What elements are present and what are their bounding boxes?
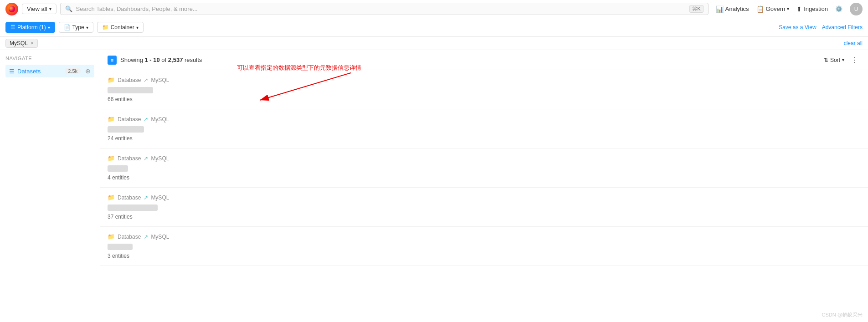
- top-navigation: View all ▾ 🔍 Search Tables, Dashboards, …: [0, 0, 868, 18]
- datasets-action-icon[interactable]: ⊕: [85, 67, 91, 75]
- sort-label: Sort: [830, 57, 840, 63]
- ingestion-label: Ingestion: [804, 5, 828, 12]
- clear-all-link[interactable]: clear all: [844, 40, 863, 46]
- container-filter-label: Container: [111, 24, 134, 31]
- platform-chevron-icon: ▾: [48, 25, 50, 30]
- result-type1: Database: [118, 116, 141, 123]
- result-entities: 4 entities: [108, 174, 861, 181]
- settings-icon: ⚙️: [835, 5, 842, 12]
- govern-icon: 📋: [756, 5, 764, 13]
- mysql-icon: ↗: [144, 234, 148, 240]
- chevron-down-icon: ▾: [49, 6, 51, 11]
- result-item-title: [108, 87, 153, 93]
- analytics-icon: 📊: [716, 5, 724, 13]
- result-item[interactable]: 📁 Database ↗ MySQL 66 entities: [100, 70, 868, 109]
- avatar-initial: U: [854, 6, 858, 12]
- more-options-button[interactable]: ⋮: [848, 55, 861, 65]
- type-chevron-icon: ▾: [86, 25, 88, 30]
- main-layout: Navigate ☰ Datasets 2.5k ⊕ 可以查看指定的数据源类型下…: [0, 50, 868, 322]
- filter-right-actions: Save as a View Advanced Filters: [779, 24, 863, 31]
- result-type2: MySQL: [151, 234, 169, 240]
- list-icon: ☰: [10, 24, 15, 31]
- user-avatar[interactable]: U: [850, 3, 863, 15]
- result-item-header: 📁 Database ↗ MySQL: [108, 116, 861, 123]
- result-items-list: 📁 Database ↗ MySQL 66 entities 📁 Databas…: [100, 70, 868, 266]
- mysql-tag-label: MySQL: [10, 40, 28, 46]
- type-filter-button[interactable]: 📄 Type ▾: [59, 22, 93, 33]
- result-item-header: 📁 Database ↗ MySQL: [108, 77, 861, 83]
- database-icon: 📁: [108, 194, 115, 201]
- datasets-count-badge: 2.5k: [65, 68, 81, 74]
- result-entities: 66 entities: [108, 96, 861, 102]
- filter-bar: ☰ Platform (1) ▾ 📄 Type ▾ 📁 Container ▾ …: [0, 18, 868, 37]
- mysql-filter-tag: MySQL ×: [5, 39, 38, 48]
- govern-nav-link[interactable]: 📋 Govern ▾: [756, 4, 790, 15]
- mysql-tag-close-button[interactable]: ×: [31, 40, 34, 46]
- result-item-title: [108, 204, 158, 211]
- analytics-nav-link[interactable]: 📊 Analytics: [716, 4, 749, 15]
- logo: [5, 3, 18, 15]
- sort-icon: ⇅: [824, 57, 828, 63]
- result-type2: MySQL: [151, 77, 169, 83]
- ingestion-nav-link[interactable]: ⬆ Ingestion: [796, 4, 828, 15]
- result-item-header: 📁 Database ↗ MySQL: [108, 233, 861, 240]
- result-item[interactable]: 📁 Database ↗ MySQL 37 entities: [100, 188, 868, 227]
- analytics-label: Analytics: [725, 5, 749, 12]
- container-filter-button[interactable]: 📁 Container ▾: [97, 22, 144, 33]
- result-entities: 37 entities: [108, 214, 861, 220]
- navigate-label: Navigate: [5, 56, 94, 61]
- ingestion-icon: ⬆: [796, 5, 802, 13]
- result-item-header: 📁 Database ↗ MySQL: [108, 194, 861, 201]
- results-range: 1 - 10: [144, 56, 159, 63]
- container-chevron-icon: ▾: [136, 25, 139, 30]
- search-placeholder: Search Tables, Dashboards, People, & mor…: [76, 5, 198, 12]
- result-item[interactable]: 📁 Database ↗ MySQL 4 entities: [100, 148, 868, 188]
- sidebar-item-datasets[interactable]: ☰ Datasets 2.5k ⊕: [5, 65, 94, 77]
- of-text: of: [161, 56, 168, 63]
- result-type1: Database: [118, 77, 141, 83]
- database-icon: 📁: [108, 233, 115, 240]
- active-filters-bar: MySQL × clear all: [0, 37, 868, 50]
- search-shortcut: ⌘K: [689, 5, 703, 13]
- result-item[interactable]: 📁 Database ↗ MySQL 24 entities: [100, 109, 868, 148]
- sort-chevron-icon: ▾: [842, 57, 844, 62]
- result-type1: Database: [118, 234, 141, 240]
- result-item-title: [108, 244, 133, 250]
- results-count: Showing 1 - 10 of 2,537 results: [120, 56, 202, 63]
- save-as-view-link[interactable]: Save as a View: [779, 24, 817, 31]
- sidebar: Navigate ☰ Datasets 2.5k ⊕: [0, 50, 100, 322]
- watermark: CSDN @蚂蚁采米: [822, 312, 863, 318]
- result-item[interactable]: 📁 Database ↗ MySQL 3 entities: [100, 227, 868, 266]
- govern-chevron-icon: ▾: [787, 6, 789, 11]
- mysql-icon: ↗: [144, 77, 148, 83]
- result-type2: MySQL: [151, 155, 169, 162]
- platform-filter-label: Platform (1): [17, 24, 46, 31]
- results-total: 2,537: [168, 56, 183, 63]
- search-icon: 🔍: [65, 5, 72, 12]
- database-icon: 📁: [108, 116, 115, 123]
- svg-point-0: [9, 5, 15, 12]
- view-all-button[interactable]: View all ▾: [22, 4, 56, 14]
- advanced-filters-link[interactable]: Advanced Filters: [822, 24, 863, 31]
- result-type2: MySQL: [151, 194, 169, 201]
- result-type1: Database: [118, 155, 141, 162]
- datasets-icon: ☰: [9, 68, 15, 75]
- search-bar[interactable]: 🔍 Search Tables, Dashboards, People, & m…: [60, 3, 709, 15]
- sidebar-datasets-label: Datasets: [17, 68, 41, 75]
- result-entities: 24 entities: [108, 135, 861, 142]
- result-type1: Database: [118, 194, 141, 201]
- content-area: 可以查看指定的数据源类型下的元数据信息详情 ≡ Showing 1 - 10 o…: [100, 50, 868, 322]
- type-icon: 📄: [64, 24, 71, 31]
- sort-button[interactable]: ⇅ Sort ▾: [824, 57, 844, 63]
- showing-prefix: Showing: [120, 56, 144, 63]
- results-suffix: results: [185, 56, 202, 63]
- container-icon: 📁: [102, 24, 109, 31]
- nav-right-actions: 📊 Analytics 📋 Govern ▾ ⬆ Ingestion ⚙️ U: [716, 3, 863, 15]
- result-item-header: 📁 Database ↗ MySQL: [108, 155, 861, 162]
- settings-button[interactable]: ⚙️: [835, 4, 842, 14]
- mysql-icon: ↗: [144, 116, 148, 123]
- result-item-title: [108, 126, 144, 133]
- database-icon: 📁: [108, 77, 115, 83]
- platform-filter-button[interactable]: ☰ Platform (1) ▾: [5, 22, 55, 33]
- result-item-title: [108, 165, 128, 172]
